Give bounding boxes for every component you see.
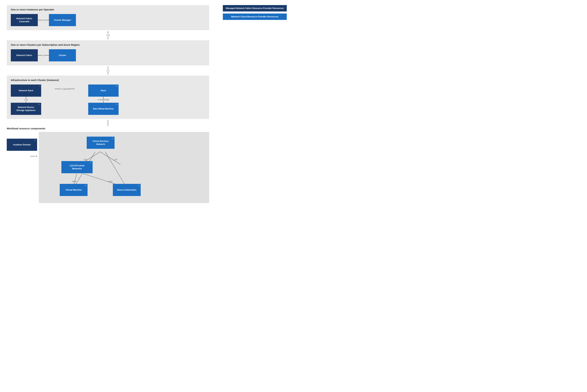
legend-item-cloud: Network Cloud Resource Provider Resource… (223, 14, 287, 20)
conn-nr-rack-label: 1::n (max 8) (60, 88, 70, 90)
legend: Managed Network Fabric Resource Provider… (223, 5, 287, 20)
cluster-box: Cluster (49, 49, 76, 62)
conn-s3-s4 (7, 120, 209, 126)
nr-label: Network Rack (19, 89, 33, 92)
svg-line-2 (100, 152, 120, 164)
vert-line-3 (108, 66, 108, 70)
iso-domain-box: 1+ Isolation Domain (7, 139, 37, 151)
s3-left: 1 Network Rack 1::N 1+ Network Device St… (11, 84, 41, 115)
section4-title: Workload resource components (7, 127, 209, 130)
workload-inner-box: 1::N 1::N (39, 132, 209, 203)
svg-text:1::N: 1::N (114, 158, 117, 160)
csn-box: 1+ Cloud Services Network (87, 137, 114, 149)
cluster-label: Cluster (59, 54, 66, 57)
iso-badge: 1+ (34, 139, 36, 142)
conn-nr-ndsa-label: 1::N (24, 99, 28, 101)
conn-nf-cluster: 1::1 (38, 54, 49, 56)
csn-badge: 1+ (112, 137, 114, 140)
conn-label-2: 1::1 (42, 54, 45, 56)
vl-rack-bmm-1 (103, 97, 104, 99)
cm-label: Cluster Manager (54, 18, 71, 22)
section4-content: 1+ Isolation Domain 1::N (7, 132, 209, 203)
section3-box: Infrastructure in each Cluster (instance… (7, 76, 209, 119)
vert-line-1 (108, 31, 108, 34)
line-h1 (38, 20, 42, 20)
section2-inner: Network Fabric 1::1 Cluster (11, 49, 205, 62)
ndsa-label: Network Device Storage Appliance (14, 106, 38, 112)
vert-line-4 (108, 72, 108, 74)
iso-conn-label: 1::N (34, 155, 37, 157)
l2l3-box: 1+ L2/L3/Trunked Networks (62, 161, 92, 173)
conn-label-1: 1::1 (42, 19, 45, 21)
vm-badge: 1+ (85, 184, 87, 187)
nr-badge: 1 (39, 85, 40, 87)
vm-label: Virtual Machine (66, 188, 82, 192)
conn-s1-s2: 1::N (7, 31, 209, 39)
svg-line-7 (105, 152, 126, 187)
section4-wrapper: Workload resource components 1+ Isolatio… (7, 127, 209, 203)
rack-box: 1+ Rack (88, 84, 118, 97)
nfc-label: Network Fabric Controller (14, 17, 35, 23)
conn-line-l (38, 55, 42, 56)
bmm-label: Bare Metal Machine (93, 107, 114, 110)
ndsa-badge: 1+ (38, 103, 40, 106)
legend-item-managed: Managed Network Fabric Resource Provider… (223, 5, 287, 12)
nf-box: Network Fabric (11, 49, 38, 62)
vl-nr-ndsa-1 (26, 97, 26, 99)
section3-inner: 1 Network Rack 1::N 1+ Network Device St… (11, 84, 205, 115)
section2-box: One or more Clusters per Subscription an… (7, 40, 209, 66)
nk-badge: 1+ (138, 184, 140, 187)
conn-line-r (45, 55, 49, 56)
cluster-manager-box: Cluster Manager (49, 14, 76, 26)
section1-box: One or more instances per Operator Netwo… (7, 5, 209, 30)
section3-title: Infrastructure in each Cluster (instance… (11, 78, 205, 82)
conn-s2s3-label: 1::1 (106, 70, 110, 72)
diagram-area: One or more instances per Operator Netwo… (7, 5, 209, 203)
section2-title: One or more Clusters per Subscription an… (11, 43, 205, 46)
vert-line-5 (108, 120, 108, 126)
cl-nr-rack-2 (70, 89, 75, 89)
nk-box: 1+ Nexus Kubernetes (113, 184, 141, 196)
iso-label: Isolation Domain (13, 143, 31, 146)
csn-label: Cloud Services Network (90, 140, 112, 146)
conn-nr-rack: 1::n (max 8) (55, 88, 75, 90)
svg-text:N::N: N::N (109, 180, 112, 182)
l2l3-label: L2/L3/Trunked Networks (64, 164, 90, 170)
nk-label: Nexus Kubernetes (117, 188, 136, 192)
conn-nr-ndsa: 1::N (24, 97, 28, 103)
cl-nr-rack-1 (55, 89, 60, 89)
rack-label: Rack (101, 89, 106, 92)
iso-conn-line (30, 156, 34, 156)
bmm-box: 1+ Bare Metal Machine (88, 103, 118, 115)
nr-box: 1 Network Rack (11, 84, 41, 97)
s4-left: 1+ Isolation Domain 1::N (7, 132, 37, 157)
vl-nr-ndsa-2 (26, 101, 26, 103)
main-container: Managed Network Fabric Resource Provider… (0, 0, 294, 208)
conn-nfc-cm: 1::1 (38, 19, 49, 21)
conn-rack-bmm-label: 1::N (8/12/16) (98, 99, 109, 101)
line-h2 (45, 20, 49, 20)
bmm-badge: 1+ (116, 103, 118, 106)
conn-iso: 1::N (30, 155, 37, 157)
vl-rack-bmm-2 (103, 101, 104, 103)
section1-title: One or more instances per Operator (11, 8, 205, 11)
vm-box: 1+ Virtual Machine (60, 184, 88, 196)
rack-badge: 1+ (116, 85, 118, 87)
nf-label: Network Fabric (16, 54, 32, 57)
conn-s1s2-label: 1::N (106, 34, 110, 36)
l2l3-badge: 1+ (90, 162, 92, 164)
s3-right: 1+ Rack 1::N (8/12/16) 1+ Bare Metal Mac… (88, 84, 118, 115)
svg-text:1::N: 1::N (83, 158, 87, 160)
workload-svg-container: 1::N 1::N (43, 135, 158, 199)
ndsa-box: 1+ Network Device Storage Appliance (11, 103, 41, 115)
vert-line-2 (108, 36, 108, 39)
nfc-box: Network Fabric Controller (11, 14, 38, 26)
section1-inner: Network Fabric Controller 1::1 Cluster M… (11, 14, 205, 26)
conn-rack-bmm: 1::N (8/12/16) (98, 97, 109, 103)
svg-text:N::N: N::N (72, 180, 76, 182)
conn-s2-s3: 1::1 (7, 66, 209, 74)
